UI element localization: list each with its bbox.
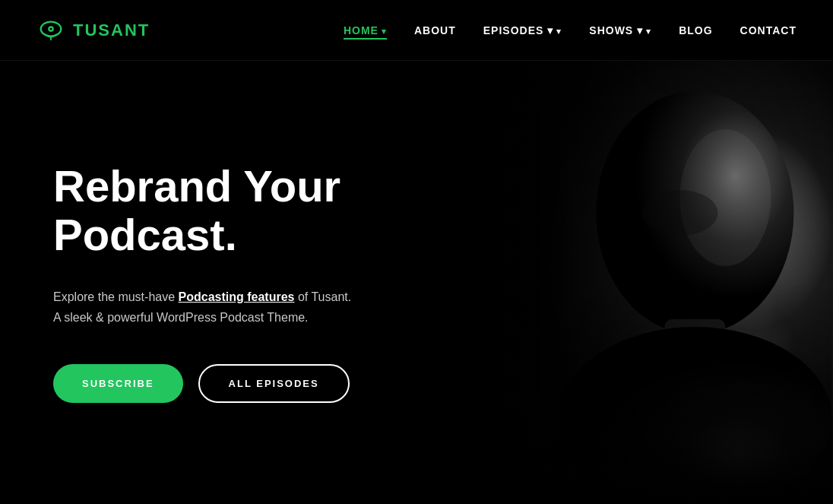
main-nav: TUSANT HOME ABOUT EPISODES ▾ SHOWS ▾ BLO…	[0, 0, 833, 61]
hero-desc-prefix: Explore the must-have	[53, 290, 179, 303]
nav-item-home[interactable]: HOME	[344, 24, 387, 37]
nav-link-contact[interactable]: CONTACT	[740, 24, 797, 36]
svg-point-3	[50, 27, 52, 30]
nav-item-blog[interactable]: BLOG	[679, 24, 712, 37]
nav-link-home[interactable]: HOME	[344, 24, 387, 40]
hero-content: Rebrand Your Podcast. Explore the must-h…	[0, 162, 471, 403]
hero-desc-suffix: of Tusant.	[294, 290, 351, 303]
nav-links: HOME ABOUT EPISODES ▾ SHOWS ▾ BLOG CONTA…	[344, 24, 797, 37]
subscribe-button[interactable]: SUBSCRIBE	[53, 364, 183, 403]
nav-link-shows[interactable]: SHOWS ▾	[589, 24, 651, 36]
all-episodes-button[interactable]: ALL EPISODES	[198, 364, 350, 403]
nav-item-shows[interactable]: SHOWS ▾	[589, 24, 651, 37]
nav-item-contact[interactable]: CONTACT	[740, 24, 797, 37]
hero-description: Explore the must-have Podcasting feature…	[53, 287, 471, 328]
podcasting-features-link[interactable]: Podcasting features	[179, 290, 295, 303]
hero-section: Rebrand Your Podcast. Explore the must-h…	[0, 61, 833, 504]
logo[interactable]: TUSANT	[36, 16, 150, 45]
hero-buttons: SUBSCRIBE ALL EPISODES	[53, 364, 471, 403]
podcast-cloud-icon	[36, 16, 65, 45]
brand-name: TUSANT	[73, 21, 150, 40]
hero-desc-line2: A sleek & powerful WordPress Podcast The…	[53, 311, 309, 324]
nav-link-about[interactable]: ABOUT	[414, 24, 456, 36]
nav-link-blog[interactable]: BLOG	[679, 24, 712, 36]
hero-title: Rebrand Your Podcast.	[53, 162, 471, 259]
nav-item-about[interactable]: ABOUT	[414, 24, 456, 37]
nav-link-episodes[interactable]: EPISODES ▾	[483, 24, 562, 36]
nav-item-episodes[interactable]: EPISODES ▾	[483, 24, 562, 37]
